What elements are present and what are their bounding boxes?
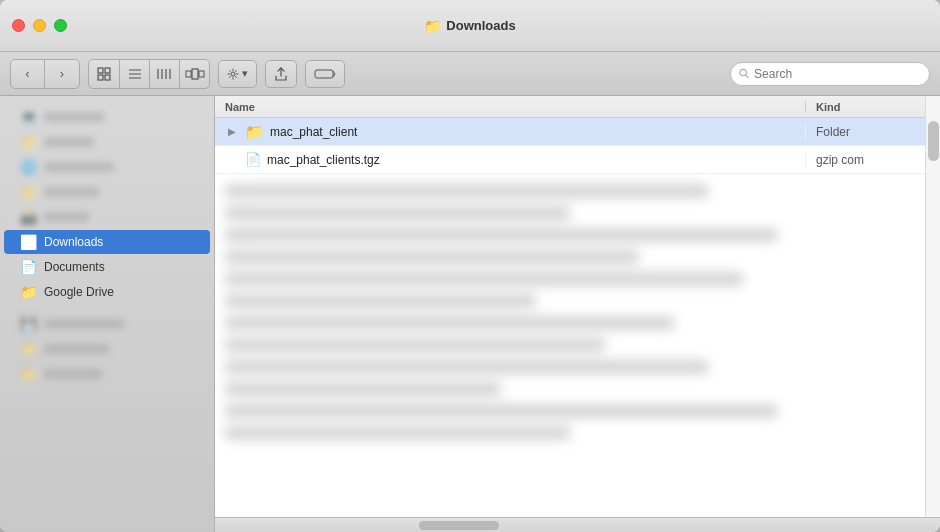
sidebar-item-downloads-label: Downloads (44, 235, 103, 249)
blur-line-6 (225, 294, 536, 308)
coverflow-view-button[interactable] (179, 60, 209, 88)
file-list: Name Kind ▶ 📁 mac_phat_client Folder (215, 96, 925, 517)
svg-rect-3 (105, 75, 110, 80)
file-list-with-scrollbar: Name Kind ▶ 📁 mac_phat_client Folder (215, 96, 940, 517)
name-column-header: Name (215, 101, 805, 113)
blurred-label-2 (44, 137, 94, 147)
coverflow-icon (185, 68, 205, 80)
blurred-icon-1: 💻 (20, 109, 36, 125)
vertical-scrollbar-thumb[interactable] (928, 121, 939, 161)
blur-line-9 (225, 360, 708, 374)
sidebar-item-google-drive[interactable]: 📁 Google Drive (4, 280, 210, 304)
main-area: 💻 📁 🌐 📁 📸 (0, 96, 940, 532)
svg-line-20 (746, 75, 748, 77)
svg-rect-13 (199, 71, 204, 77)
minimize-button[interactable] (33, 19, 46, 32)
sidebar-item-blurred-2[interactable]: 📁 (4, 130, 210, 154)
tgz-filename: mac_phat_clients.tgz (267, 153, 380, 167)
close-button[interactable] (12, 19, 25, 32)
sidebar-item-blurred-8[interactable]: 📁 (4, 362, 210, 386)
blur-line-4 (225, 250, 639, 264)
blurred-label-7 (44, 344, 109, 354)
svg-point-19 (740, 69, 746, 75)
tgz-name-cell: 📄 mac_phat_clients.tgz (215, 152, 805, 167)
svg-point-14 (231, 72, 235, 76)
tag-icon (314, 68, 336, 80)
svg-rect-2 (98, 75, 103, 80)
blurred-file-content (215, 174, 925, 458)
tgz-kind: gzip com (805, 153, 925, 167)
share-icon (274, 67, 288, 81)
column-view-icon (157, 68, 173, 80)
titlebar-title: Downloads (446, 18, 515, 33)
toolbar: ‹ › (0, 52, 940, 96)
gear-icon (227, 68, 239, 80)
blur-line-2 (225, 206, 570, 220)
action-button[interactable]: ▾ (218, 60, 257, 88)
sidebar-item-google-drive-label: Google Drive (44, 285, 114, 299)
blur-line-10 (225, 382, 501, 396)
blurred-icon-5: 📸 (20, 209, 36, 225)
blurred-icon-3: 🌐 (20, 159, 36, 175)
list-view-icon (128, 68, 142, 80)
folder-name-cell: ▶ 📁 mac_phat_client (215, 123, 805, 141)
blurred-label-3 (44, 162, 114, 172)
blurred-icon-8: 📁 (20, 366, 36, 382)
blurred-icon-2: 📁 (20, 134, 36, 150)
traffic-lights (12, 19, 67, 32)
blurred-icon-6: 💾 (20, 316, 36, 332)
sidebar-item-downloads[interactable]: ⬇️ Downloads (4, 230, 210, 254)
search-input[interactable] (754, 67, 921, 81)
sidebar-blurred-top: 💻 📁 🌐 📁 📸 (0, 105, 214, 229)
svg-rect-1 (105, 68, 110, 73)
sidebar-item-blurred-5[interactable]: 📸 (4, 205, 210, 229)
sidebar-item-blurred-7[interactable]: 📁 (4, 337, 210, 361)
forward-icon: › (60, 66, 64, 81)
icon-view-icon (97, 67, 111, 81)
titlebar: 📁 Downloads (0, 0, 940, 52)
vertical-scrollbar[interactable] (925, 96, 940, 517)
blurred-label-4 (44, 187, 99, 197)
sidebar-blurred-bottom: 💾 📁 📁 (0, 312, 214, 386)
blur-line-5 (225, 272, 743, 286)
file-row-folder[interactable]: ▶ 📁 mac_phat_client Folder (215, 118, 925, 146)
svg-rect-11 (186, 71, 191, 77)
maximize-button[interactable] (54, 19, 67, 32)
search-box[interactable] (730, 62, 930, 86)
sidebar-item-documents[interactable]: 📄 Documents (4, 255, 210, 279)
file-row-tgz[interactable]: 📄 mac_phat_clients.tgz gzip com (215, 146, 925, 174)
nav-group: ‹ › (10, 59, 80, 89)
folder-disclosure-icon: ▶ (225, 126, 239, 137)
titlebar-folder-icon: 📁 (424, 18, 440, 34)
icon-view-button[interactable] (89, 60, 119, 88)
kind-column-header: Kind (805, 101, 925, 113)
svg-rect-16 (315, 70, 333, 78)
share-button[interactable] (265, 60, 297, 88)
forward-button[interactable]: › (45, 60, 79, 88)
tag-button[interactable] (305, 60, 345, 88)
blur-line-12 (225, 426, 570, 440)
blur-line-7 (225, 316, 674, 330)
sidebar-item-blurred-3[interactable]: 🌐 (4, 155, 210, 179)
svg-rect-0 (98, 68, 103, 73)
horizontal-scrollbar-thumb[interactable] (419, 521, 499, 530)
back-button[interactable]: ‹ (11, 60, 45, 88)
blur-line-11 (225, 404, 777, 418)
blurred-icon-7: 📁 (20, 341, 36, 357)
column-view-button[interactable] (149, 60, 179, 88)
sidebar-item-blurred-1[interactable]: 💻 (4, 105, 210, 129)
svg-rect-12 (192, 69, 198, 79)
list-view-button[interactable] (119, 60, 149, 88)
view-group (88, 59, 210, 89)
search-icon (739, 68, 749, 79)
sidebar-item-documents-label: Documents (44, 260, 105, 274)
sidebar-item-blurred-4[interactable]: 📁 (4, 180, 210, 204)
sidebar-item-blurred-6[interactable]: 💾 (4, 312, 210, 336)
folder-icon: 📁 (245, 123, 264, 141)
blurred-label-5 (44, 212, 89, 222)
file-list-container: Name Kind ▶ 📁 mac_phat_client Folder (215, 96, 940, 532)
documents-icon: 📄 (20, 259, 36, 275)
file-list-header: Name Kind (215, 96, 925, 118)
downloads-icon: ⬇️ (20, 234, 36, 250)
finder-window: 📁 Downloads ‹ › (0, 0, 940, 532)
